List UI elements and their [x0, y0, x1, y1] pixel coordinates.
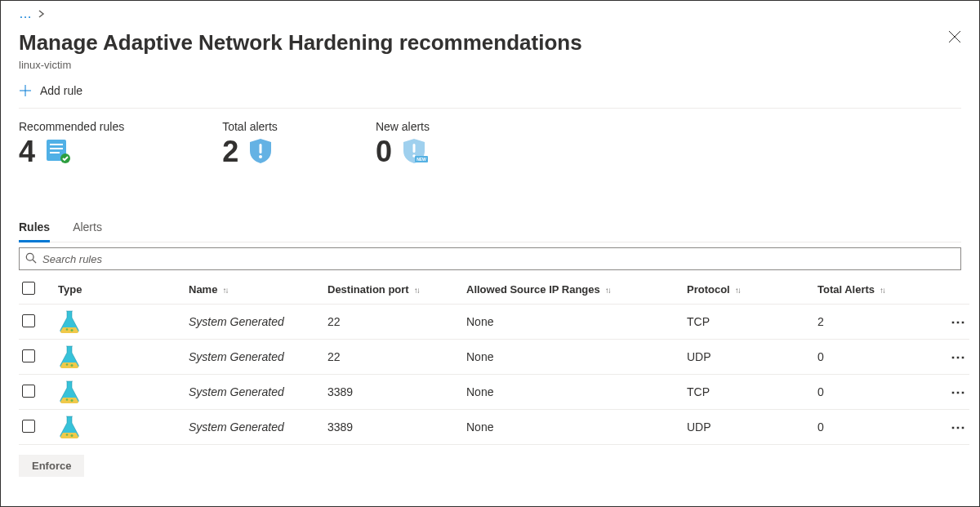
table-row: System Generated 3389 None TCP 0 ⋯ [19, 375, 969, 410]
cell-src: None [463, 340, 684, 375]
cell-port: 3389 [324, 410, 463, 445]
stat-recommended-rules: Recommended rules 4 [19, 120, 124, 167]
svg-point-13 [66, 328, 69, 331]
svg-point-6 [259, 155, 262, 158]
search-container [19, 247, 961, 270]
cell-protocol: TCP [684, 305, 814, 340]
cell-protocol: UDP [684, 410, 814, 445]
add-rule-button[interactable]: Add rule [19, 84, 82, 97]
cell-name: System Generated [185, 340, 324, 375]
cell-alerts: 0 [814, 410, 937, 445]
stat-new-alerts: New alerts 0 NEW [376, 120, 430, 167]
svg-point-20 [71, 434, 74, 437]
cell-port: 22 [324, 305, 463, 340]
svg-rect-3 [50, 152, 60, 153]
tab-rules[interactable]: Rules [19, 214, 50, 242]
cell-port: 22 [324, 340, 463, 375]
shield-alert-icon [247, 136, 274, 167]
table-row: System Generated 3389 None UDP 0 ⋯ [19, 410, 969, 445]
row-menu-button[interactable]: ⋯ [937, 340, 969, 375]
svg-point-17 [66, 398, 69, 401]
close-button[interactable] [948, 30, 961, 46]
cell-src: None [463, 410, 684, 445]
cell-name: System Generated [185, 305, 324, 340]
svg-line-12 [33, 260, 36, 263]
svg-text:NEW: NEW [416, 157, 426, 162]
row-menu-button[interactable]: ⋯ [937, 410, 969, 445]
cell-alerts: 0 [814, 340, 937, 375]
stat-value: 2 [222, 137, 238, 167]
svg-point-11 [26, 254, 33, 261]
search-input[interactable] [19, 247, 961, 270]
chevron-right-icon [38, 10, 46, 18]
col-allowed-src[interactable]: Allowed Source IP Ranges↑↓ [463, 275, 684, 305]
enforce-button[interactable]: Enforce [19, 455, 84, 477]
flask-icon [58, 309, 182, 334]
flask-icon [58, 415, 182, 439]
cell-port: 3389 [324, 375, 463, 410]
rules-table: Type Name↑↓ Destination port↑↓ Allowed S… [19, 275, 969, 445]
flask-icon [58, 345, 182, 369]
row-menu-button[interactable]: ⋯ [937, 375, 969, 410]
page-title: Manage Adaptive Network Hardening recomm… [19, 30, 582, 56]
shield-new-icon: NEW [400, 136, 428, 167]
stat-label: Recommended rules [19, 120, 124, 133]
svg-point-18 [71, 399, 74, 402]
cell-name: System Generated [185, 375, 324, 410]
svg-point-19 [66, 434, 69, 436]
stat-label: Total alerts [222, 120, 278, 133]
row-checkbox[interactable] [22, 420, 35, 433]
row-checkbox[interactable] [22, 385, 35, 398]
table-row: System Generated 22 None UDP 0 ⋯ [19, 340, 969, 375]
flask-icon [58, 380, 182, 404]
sort-icon: ↑↓ [605, 286, 610, 295]
select-all-checkbox[interactable] [22, 282, 35, 295]
rules-icon [43, 136, 71, 167]
blade-root: … Manage Adaptive Network Hardening reco… [0, 0, 980, 507]
sort-icon: ↑↓ [735, 286, 740, 295]
col-dest-port[interactable]: Destination port↑↓ [324, 275, 463, 305]
svg-rect-1 [50, 144, 63, 145]
stat-total-alerts: Total alerts 2 [222, 120, 278, 167]
row-checkbox[interactable] [22, 349, 35, 362]
stat-label: New alerts [376, 120, 430, 133]
sort-icon: ↑↓ [222, 286, 227, 295]
col-type[interactable]: Type [55, 275, 185, 305]
cell-name: System Generated [185, 410, 324, 445]
breadcrumb: … [19, 6, 961, 22]
cell-protocol: TCP [684, 375, 814, 410]
tabs: Rules Alerts [19, 214, 961, 242]
sort-icon: ↑↓ [880, 286, 884, 295]
svg-point-16 [71, 364, 74, 367]
divider [19, 108, 961, 109]
stat-value: 0 [376, 137, 392, 167]
col-protocol[interactable]: Protocol↑↓ [684, 275, 814, 305]
plus-icon [19, 84, 32, 97]
col-name[interactable]: Name↑↓ [185, 275, 324, 305]
add-rule-label: Add rule [40, 84, 82, 97]
row-checkbox[interactable] [22, 314, 35, 327]
stat-value: 4 [19, 137, 35, 167]
table-row: System Generated 22 None TCP 2 ⋯ [19, 305, 969, 340]
cell-src: None [463, 305, 684, 340]
cell-protocol: UDP [684, 340, 814, 375]
tab-alerts[interactable]: Alerts [73, 214, 102, 242]
stats-row: Recommended rules 4 Total alerts [19, 120, 961, 167]
svg-rect-7 [412, 144, 415, 153]
svg-point-14 [71, 329, 74, 331]
svg-point-15 [66, 363, 69, 366]
svg-rect-5 [260, 144, 262, 153]
col-total-alerts[interactable]: Total Alerts↑↓ [814, 275, 937, 305]
resource-name: linux-victim [19, 59, 582, 71]
cell-alerts: 2 [814, 305, 937, 340]
sort-icon: ↑↓ [414, 286, 419, 295]
search-icon [25, 252, 37, 264]
breadcrumb-ellipsis-icon[interactable]: … [19, 7, 33, 21]
cell-src: None [463, 375, 684, 410]
table-header-row: Type Name↑↓ Destination port↑↓ Allowed S… [19, 275, 969, 305]
row-menu-button[interactable]: ⋯ [937, 305, 969, 340]
svg-rect-2 [50, 148, 63, 149]
cell-alerts: 0 [814, 375, 937, 410]
